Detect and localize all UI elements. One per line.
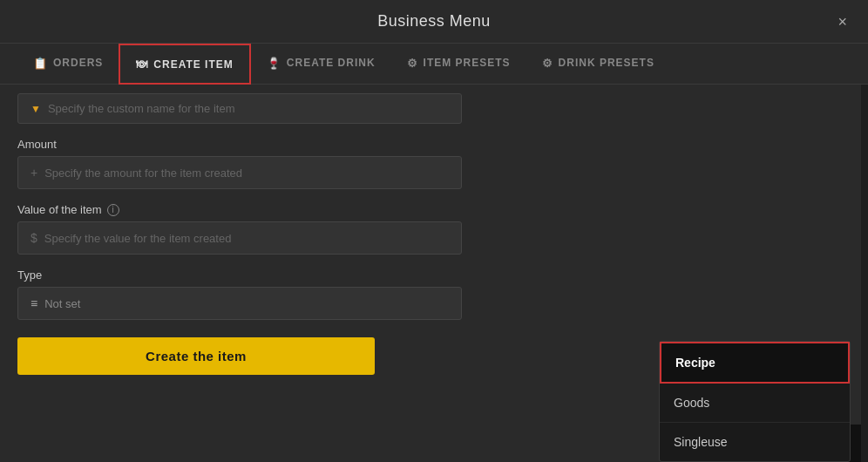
type-field-row[interactable]: ≡ Not set [17, 287, 462, 320]
info-icon[interactable]: i [107, 204, 119, 216]
tab-orders[interactable]: 📋 ORDERS [17, 44, 119, 84]
content-area: ▼ Specify the custom name for the item A… [0, 85, 868, 462]
amount-group: Amount + [17, 138, 851, 189]
tab-create-item-label: CREATE ITEM [153, 58, 233, 71]
amount-input-wrapper[interactable]: + [17, 156, 462, 189]
tab-orders-label: ORDERS [53, 57, 103, 69]
item-presets-icon: ⚙ [407, 57, 418, 70]
tab-drink-presets-label: DRINK PRESETS [559, 57, 654, 69]
tab-create-drink[interactable]: 🍷 CREATE DRINK [251, 44, 391, 84]
list-icon: ≡ [31, 296, 37, 310]
dropdown-item-goods[interactable]: Goods [660, 384, 850, 423]
dropdown-item-singleuse[interactable]: Singleuse [660, 423, 850, 461]
value-input-wrapper[interactable]: $ [17, 221, 462, 255]
tab-item-presets[interactable]: ⚙ ITEM PRESETS [391, 44, 526, 84]
orders-icon: 📋 [33, 57, 48, 70]
value-group: Value of the item i $ [17, 203, 851, 255]
type-dropdown: Recipe Goods Singleuse [659, 341, 851, 462]
plus-icon: + [31, 166, 37, 180]
create-item-button[interactable]: Create the item [17, 337, 375, 375]
tab-create-item[interactable]: 🍽 CREATE ITEM [119, 44, 250, 85]
name-placeholder: Specify the custom name for the item [48, 102, 235, 115]
create-drink-icon: 🍷 [267, 57, 281, 70]
modal-title: Business Menu [377, 12, 491, 31]
tab-create-drink-label: CREATE DRINK [287, 57, 376, 69]
value-label: Value of the item i [17, 203, 851, 216]
amount-label: Amount [17, 138, 851, 151]
modal-header: Business Menu × [0, 0, 868, 44]
drink-presets-icon: ⚙ [542, 57, 553, 70]
tab-drink-presets[interactable]: ⚙ DRINK PRESETS [526, 44, 670, 84]
dollar-icon: $ [31, 231, 37, 245]
value-input[interactable] [44, 232, 449, 245]
scrollbar[interactable] [861, 85, 868, 462]
type-value: Not set [44, 297, 80, 310]
create-item-icon: 🍽 [136, 58, 148, 71]
tab-bar: 📋 ORDERS 🍽 CREATE ITEM 🍷 CREATE DRINK ⚙ … [0, 44, 868, 85]
tab-item-presets-label: ITEM PRESETS [424, 57, 511, 69]
chevron-down-icon: ▼ [31, 103, 41, 115]
amount-input[interactable] [44, 166, 449, 180]
type-label: Type [17, 268, 851, 282]
type-group: Type ≡ Not set [17, 268, 851, 320]
modal: Business Menu × 📋 ORDERS 🍽 CREATE ITEM 🍷… [0, 0, 868, 462]
dropdown-item-recipe[interactable]: Recipe [660, 342, 850, 384]
close-button[interactable]: × [831, 10, 854, 33]
name-field-row[interactable]: ▼ Specify the custom name for the item [17, 93, 462, 124]
